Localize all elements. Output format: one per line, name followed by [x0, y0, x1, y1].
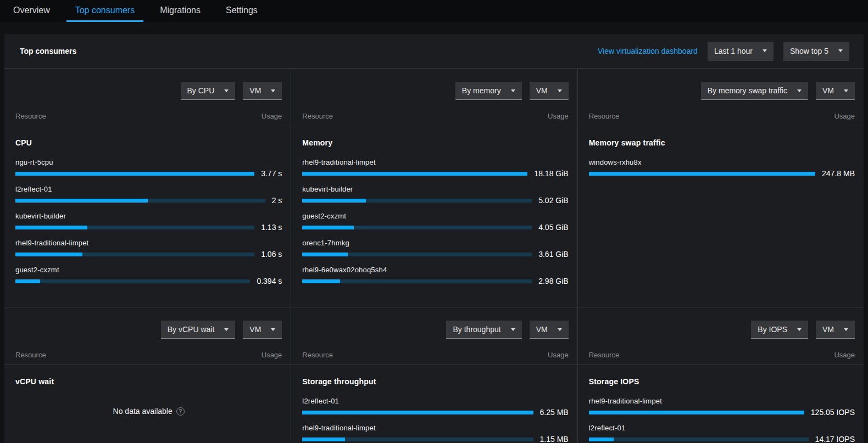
usage-bar-fill — [302, 279, 340, 283]
panel-vcpu-wait-selects: By vCPU waitVM — [4, 307, 291, 339]
consumer-name: kubevirt-builder — [302, 185, 568, 193]
caret-down-icon — [511, 89, 515, 92]
cpu-metric-select[interactable]: By CPU — [181, 82, 236, 100]
usage-value: 0.394 s — [257, 277, 282, 285]
usage-bar-track — [15, 279, 250, 283]
question-circle-icon[interactable]: ? — [176, 407, 185, 416]
panel-memory-body: Memoryrhel9-traditional-limpet18.18 GiBk… — [291, 126, 577, 307]
consumer-usage: 3.61 GiB — [302, 250, 568, 259]
consumer-usage: 0.394 s — [15, 277, 282, 285]
consumer-row: kubevirt-builder5.02 GiB — [302, 185, 568, 205]
resource-column-header: Resource — [15, 112, 46, 120]
panel-storage-throughput-title: Storage throughput — [302, 377, 568, 386]
usage-bar-fill — [302, 199, 365, 203]
panel-storage-throughput-column-headers: ResourceUsage — [291, 339, 577, 365]
panel-cpu-selects: By CPUVM — [4, 69, 291, 100]
panel-storage-iops: By IOPSVMResourceUsageStorage IOPSrhel9-… — [577, 307, 864, 443]
memory-swap-traffic-metric-select-value: By memory swap traffic — [708, 86, 787, 95]
memory-metric-select-value: By memory — [462, 86, 501, 95]
panel-memory-selects: By memoryVM — [291, 69, 577, 100]
consumer-usage: 14.17 IOPS — [589, 435, 855, 443]
vcpu-wait-vm-select[interactable]: VM — [243, 321, 282, 339]
usage-bar-fill — [15, 226, 87, 229]
consumer-name: l2reflect-01 — [589, 424, 855, 432]
consumer-row: ngu-rt-5cpu3.77 s — [15, 158, 282, 178]
consumer-name: kubevirt-builder — [15, 212, 282, 220]
consumer-name: ngu-rt-5cpu — [15, 158, 282, 166]
storage-iops-vm-select[interactable]: VM — [816, 321, 855, 339]
usage-column-header: Usage — [548, 351, 569, 359]
storage-throughput-metric-select[interactable]: By throughput — [446, 321, 521, 339]
caret-down-icon — [224, 89, 229, 92]
cpu-vm-select[interactable]: VM — [243, 82, 282, 100]
tab-bar: Overview Top consumers Migrations Settin… — [0, 0, 868, 22]
caret-down-icon — [797, 328, 802, 331]
consumer-name: rhel9-traditional-limpet — [589, 397, 855, 405]
consumer-row: windows-rxhu8x247.8 MB — [589, 158, 855, 178]
usage-value: 1.15 MB — [540, 435, 569, 443]
usage-bar-track — [15, 172, 254, 176]
usage-bar-track — [302, 226, 532, 229]
cpu-vm-select-value: VM — [249, 86, 261, 95]
storage-iops-metric-select[interactable]: By IOPS — [751, 321, 808, 339]
caret-down-icon — [271, 89, 275, 92]
consumer-name: rhel9-traditional-limpet — [15, 239, 282, 247]
consumer-row: rhel9-6e0wax02ohoq5sh42.98 GiB — [302, 266, 568, 285]
usage-bar-fill — [589, 438, 614, 441]
usage-bar-track — [302, 411, 533, 414]
consumer-name: l2reflect-01 — [15, 185, 282, 193]
panel-storage-throughput-selects: By throughputVM — [291, 307, 577, 339]
storage-throughput-vm-select[interactable]: VM — [530, 321, 569, 339]
memory-metric-select[interactable]: By memory — [455, 82, 522, 100]
consumer-usage: 2 s — [15, 196, 282, 205]
consumer-usage: 5.02 GiB — [302, 196, 568, 205]
memory-swap-traffic-vm-select[interactable]: VM — [816, 82, 855, 100]
memory-vm-select-value: VM — [536, 86, 548, 95]
usage-bar-fill — [589, 172, 815, 176]
usage-value: 1.13 s — [261, 223, 282, 232]
view-virtualization-dashboard-link[interactable]: View virtualization dashboard — [598, 47, 698, 55]
tab-settings[interactable]: Settings — [217, 0, 266, 22]
panel-storage-throughput-body: Storage throughputl2reflect-016.25 MBrhe… — [291, 365, 577, 443]
memory-vm-select[interactable]: VM — [530, 82, 569, 100]
tab-top-consumers[interactable]: Top consumers — [66, 0, 144, 22]
usage-bar-fill — [302, 172, 527, 176]
consumer-usage: 3.77 s — [15, 169, 282, 178]
usage-bar-track — [302, 172, 527, 176]
memory-swap-traffic-metric-select[interactable]: By memory swap traffic — [701, 82, 808, 100]
caret-down-icon — [558, 89, 562, 92]
consumer-row: kubevirt-builder1.13 s — [15, 212, 282, 232]
usage-bar-track — [589, 438, 809, 441]
usage-bar-fill — [15, 253, 82, 256]
grid-row-2: By vCPU waitVMResourceUsagevCPU waitNo d… — [4, 307, 864, 443]
consumer-name: rhel9-traditional-limpet — [302, 158, 568, 166]
usage-value: 4.05 GiB — [538, 223, 568, 232]
consumer-row: orenc1-7hmkg3.61 GiB — [302, 239, 568, 259]
consumer-row: rhel9-traditional-limpet125.05 IOPS — [589, 397, 855, 417]
vcpu-wait-metric-select[interactable]: By vCPU wait — [161, 321, 236, 339]
consumer-row: l2reflect-016.25 MB — [302, 397, 568, 417]
tab-migrations[interactable]: Migrations — [151, 0, 209, 22]
usage-value: 6.25 MB — [540, 408, 569, 417]
usage-value: 125.05 IOPS — [811, 408, 855, 417]
caret-down-icon — [224, 328, 229, 331]
usage-value: 247.8 MB — [822, 169, 855, 178]
show-top-select[interactable]: Show top 5 — [783, 42, 849, 60]
panel-cpu: By CPUVMResourceUsageCPUngu-rt-5cpu3.77 … — [4, 69, 291, 307]
consumer-name: orenc1-7hmkg — [302, 239, 568, 247]
time-range-select[interactable]: Last 1 hour — [708, 42, 774, 60]
usage-value: 3.61 GiB — [538, 250, 568, 259]
consumer-name: l2reflect-01 — [302, 397, 568, 405]
consumer-usage: 2.98 GiB — [302, 277, 568, 285]
panel-vcpu-wait-body: vCPU waitNo data available? — [4, 365, 291, 430]
consumer-name: rhel9-6e0wax02ohoq5sh4 — [302, 266, 568, 274]
resource-column-header: Resource — [302, 112, 333, 120]
panel-storage-iops-column-headers: ResourceUsage — [578, 339, 864, 365]
tab-overview[interactable]: Overview — [4, 0, 59, 22]
usage-bar-fill — [15, 279, 40, 283]
no-data-available-text: No data available — [113, 407, 173, 416]
time-range-select-value: Last 1 hour — [714, 47, 753, 55]
vcpu-wait-metric-select-value: By vCPU wait — [168, 325, 215, 334]
caret-down-icon — [797, 89, 802, 92]
panel-storage-iops-body: Storage IOPSrhel9-traditional-limpet125.… — [578, 365, 864, 443]
